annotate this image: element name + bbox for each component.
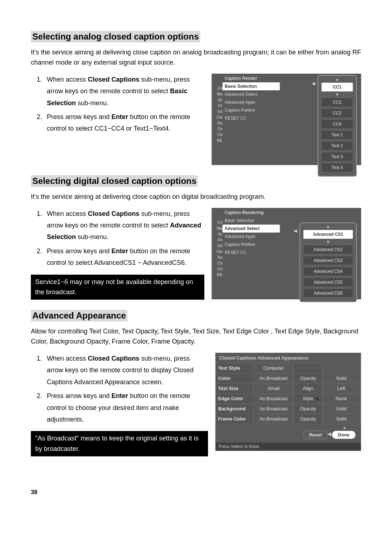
cc-submenu-header: Caption Render	[222, 74, 280, 82]
table-row: Color As Broadcast Opacity Solid	[216, 373, 361, 383]
label-edge-color: Edge Color	[216, 394, 253, 404]
chevron-down-icon: ▼	[302, 241, 355, 243]
chevron-left-icon: ◀	[294, 228, 297, 233]
option-cc4[interactable]: CC4	[321, 119, 353, 129]
value-color[interactable]: As Broadcast	[253, 373, 294, 383]
callout-service-availability: Service1~6 may or may not be available d…	[31, 275, 204, 300]
option-advanced-cs6[interactable]: Advanced CS6	[303, 288, 353, 298]
option-cc3[interactable]: CC3	[321, 108, 353, 118]
cc-item-caption-preference[interactable]: Caption Prefere	[222, 106, 280, 114]
cc-item-reset-cc[interactable]: RESET CC	[222, 249, 280, 257]
label-opacity: Opacity	[294, 373, 322, 383]
option-text4[interactable]: Text 4	[321, 163, 353, 172]
value-frame-opacity[interactable]: Solid	[322, 414, 360, 424]
cc-item-reset-cc[interactable]: RESET CC	[222, 114, 280, 122]
steps-appearance: When access Closed Captions sub-menu, pr…	[31, 353, 208, 425]
step-appearance-2: Press arrow keys and Enter button on the…	[44, 390, 208, 425]
value-bg-opacity[interactable]: Solid	[322, 404, 360, 414]
value-frame-color[interactable]: As Broadcast	[253, 414, 294, 424]
label-text-style: Text Style	[216, 363, 253, 373]
cursor-icon: ↖	[315, 396, 320, 402]
step-appearance-1: When access Closed Captions sub-menu, pr…	[44, 353, 208, 388]
intro-digital: It's the service aiming at delivering cl…	[31, 192, 361, 202]
option-cc2[interactable]: CC2	[321, 98, 353, 107]
value-edge-color[interactable]: As Broadcast	[253, 394, 294, 404]
label-text-size: Text Size	[216, 383, 253, 394]
chevron-left-icon: ◀	[328, 431, 331, 436]
sidebar-labels: ChMaScFirEdCloRaChChRE	[212, 85, 223, 143]
cc-item-advanced-select[interactable]: Advanced Select	[222, 225, 280, 233]
label-bg-opacity: Opacity	[294, 404, 322, 414]
value-text-style[interactable]: Computer	[253, 363, 294, 373]
option-advanced-cs2[interactable]: Advanced CS2	[303, 245, 353, 254]
label-blank	[294, 363, 322, 373]
chevron-up-icon: ▲	[320, 78, 355, 81]
intro-analog: It's the service aiming at delivering cl…	[31, 48, 361, 68]
steps-digital: When access Closed Captions sub-menu, pr…	[31, 208, 204, 269]
step-digital-2: Press arrow keys and Enter button on the…	[44, 245, 204, 269]
cc-item-caption-preference[interactable]: Caption Prefere	[222, 241, 280, 249]
value-style[interactable]: None	[322, 394, 360, 404]
cc-item-basic-selection[interactable]: Basic Selection	[222, 82, 280, 90]
option-text1[interactable]: Text 1	[321, 130, 353, 140]
table-row: Text Style Computer	[216, 363, 361, 373]
screenshot-advanced-appearance: Closed Captions Advanced Appearance Text…	[215, 353, 361, 451]
option-text3[interactable]: Text 3	[321, 152, 353, 161]
cc-submenu-header: Caption Rendering	[222, 209, 280, 217]
cc-item-advanced-select[interactable]: Advanced Select	[222, 90, 280, 98]
cc-options-panel: ◀ ▲ Advanced CS1 ▼ Advanced CS2 Advanced…	[299, 222, 357, 302]
value-background[interactable]: As Broadcast	[253, 404, 294, 414]
label-frame-color: Frame Color	[216, 414, 253, 424]
cc-item-basic-selection[interactable]: Basic Selection	[222, 217, 280, 225]
option-text2[interactable]: Text 2	[321, 141, 353, 151]
screenshot-advanced-selection: ChMaScFirEdCloRaChChRE Caption Rendering…	[212, 208, 361, 299]
dialog-title: Closed Captions Advanced Appearance	[216, 353, 361, 363]
cc-options-panel: ◀ ▲ CC1 ▼ CC2 CC3 CC4 Text 1 Text 2 Text…	[318, 75, 357, 177]
sidebar-labels: ChMaScFirEdCloRaChChRE	[212, 219, 223, 278]
page-number: 38	[31, 489, 361, 496]
option-advanced-cs3[interactable]: Advanced CS3	[303, 256, 353, 265]
value-align[interactable]: Left	[322, 383, 360, 394]
cc-item-advanced-appearance[interactable]: Advanced Appe	[222, 233, 280, 241]
label-background: Background	[216, 404, 253, 414]
step-analog-2: Press arrow keys and Enter button on the…	[44, 111, 204, 135]
label-color: Color	[216, 373, 253, 383]
chevron-down-icon: ▼	[320, 93, 355, 96]
label-style: Style↖	[294, 394, 322, 404]
steps-analog: When access Closed Captions sub-menu, pr…	[31, 74, 204, 135]
value-blank	[322, 363, 360, 373]
value-text-size[interactable]: Small	[253, 383, 294, 394]
chevron-up-icon: ▲	[302, 225, 355, 228]
cc-submenu: Caption Rendering Basic Selection Advanc…	[222, 209, 280, 257]
appearance-table: Text Style Computer Color As Broadcast O…	[216, 363, 361, 424]
dialog-footer-hint: Press Select to finish	[216, 443, 361, 451]
heading-advanced-appearance: Advanced Appearance	[31, 310, 127, 321]
callout-as-broadcast: "As Broadcast" means to keep the origina…	[31, 431, 208, 456]
intro-appearance: Allow for controlling Text Color, Text O…	[31, 327, 361, 347]
table-row: Frame Color As Broadcast Opacity Solid	[216, 414, 361, 424]
table-row: Background As Broadcast Opacity Solid	[216, 404, 361, 414]
done-button[interactable]: Done	[332, 431, 356, 439]
label-align: Align	[294, 383, 322, 394]
cc-submenu: Caption Render Basic Selection Advanced …	[222, 74, 280, 122]
chevron-left-icon: ◀	[312, 81, 315, 86]
step-analog-1: When access Closed Captions sub-menu, pr…	[44, 74, 204, 109]
reset-button[interactable]: Reset	[303, 431, 328, 439]
table-row: Edge Color As Broadcast Style↖ None	[216, 394, 361, 404]
option-advanced-cs5[interactable]: Advanced CS5	[303, 278, 353, 287]
option-advanced-cs4[interactable]: Advanced CS4	[303, 267, 353, 276]
table-row: Text Size Small Align Left	[216, 383, 361, 394]
heading-digital-cc: Selecting digital closed caption options	[31, 175, 198, 187]
value-opacity[interactable]: Solid	[322, 373, 360, 383]
option-advanced-cs1[interactable]: Advanced CS1	[303, 230, 353, 239]
label-frame-opacity: Opacity	[294, 414, 322, 424]
cc-item-advanced-appearance[interactable]: Advanced Appe	[222, 98, 280, 106]
option-cc1[interactable]: CC1	[321, 82, 353, 92]
screenshot-basic-selection: ChMaScFirEdCloRaChChRE Caption Render Ba…	[212, 74, 361, 165]
chevron-up-icon: ▲	[343, 426, 346, 430]
step-digital-1: When access Closed Captions sub-menu, pr…	[44, 208, 204, 243]
heading-analog-cc: Selecting analog closed caption options	[31, 31, 200, 42]
